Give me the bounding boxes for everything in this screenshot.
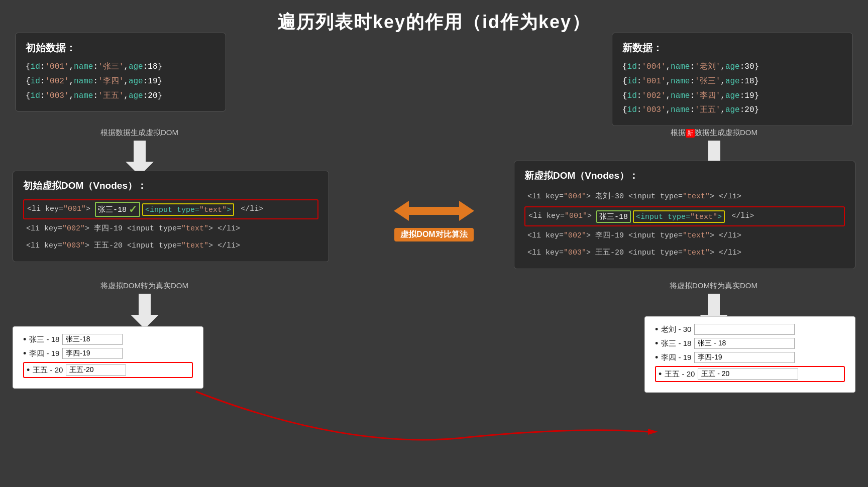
new-dom-input-4[interactable] bbox=[698, 369, 798, 380]
vnode-name-text: 张三-18 bbox=[98, 205, 127, 214]
initial-data-line2: {id:'002',name:'李四',age:19} bbox=[26, 74, 215, 89]
new-dom-item-4-highlighted: • 王五 - 20 bbox=[655, 366, 845, 382]
new-data-box: 新数据： {id:'004',name:'老刘',age:30} {id:'00… bbox=[612, 33, 853, 126]
vnode-line1-pre: <li key="001"> bbox=[27, 202, 95, 217]
new-real-dom-box: • 老刘 - 30 • 张三 - 18 • 李四 - 19 • 王五 - 20 bbox=[644, 316, 855, 393]
right-bottom-arrow-label: 将虚拟DOM转为真实DOM bbox=[670, 281, 757, 291]
new-vnode-line1-post: </li> bbox=[727, 209, 754, 224]
initial-real-dom-box: • 张三 - 18 • 李四 - 19 • 王五 - 20 bbox=[13, 326, 203, 389]
new-data-line1: {id:'004',name:'老刘',age:30} bbox=[622, 60, 842, 74]
dom-bullet-3: • bbox=[27, 365, 30, 376]
new-dom-label-1: 老刘 - 30 bbox=[661, 325, 691, 334]
dom-label-3: 王五 - 20 bbox=[33, 366, 63, 375]
left-bottom-arrow-icon bbox=[130, 294, 160, 329]
vnode-line1-post: </li> bbox=[236, 202, 263, 217]
new-dom-label-4: 王五 - 20 bbox=[665, 370, 695, 379]
dom-item-3-highlighted: • 王五 - 20 bbox=[23, 362, 193, 378]
new-vnode-line1-pre: <li key="001"> bbox=[528, 209, 596, 224]
dom-bullet-1: • bbox=[23, 334, 26, 345]
vnode-line3: <li key="003"> 王五-20 <input type="text">… bbox=[23, 238, 318, 254]
svg-marker-3 bbox=[131, 294, 159, 329]
compare-arrow-icon bbox=[394, 196, 474, 226]
new-data-line3: {id:'002',name:'李四',age:19} bbox=[622, 89, 842, 103]
new-vnode-name-highlight: 张三-18 bbox=[596, 210, 631, 223]
dom-input-2[interactable] bbox=[62, 348, 123, 359]
new-data-line4: {id:'003',name:'王五',age:20} bbox=[622, 103, 842, 117]
new-vnode-line0: <li key="004"> 老刘-30 <input type="text">… bbox=[524, 189, 845, 204]
new-dom-bullet-4: • bbox=[659, 369, 662, 380]
new-dom-label-2: 张三 - 18 bbox=[661, 339, 691, 348]
page-title: 遍历列表时key的作用（id作为key） bbox=[0, 0, 868, 35]
dom-label-2: 李四 - 19 bbox=[29, 349, 59, 358]
new-vnode-title: 新虚拟DOM（Vnodes）： bbox=[524, 169, 845, 182]
new-vnode-row-1-highlighted: <li key="001"> 张三-18 <input type="text">… bbox=[524, 206, 845, 226]
new-data-title: 新数据： bbox=[622, 41, 842, 55]
initial-data-box: 初始数据： {id:'001',name:'张三',age:18} {id:'0… bbox=[15, 33, 226, 111]
new-red-marker: 新 bbox=[686, 129, 695, 138]
new-dom-item-3: • 李四 - 19 bbox=[655, 352, 845, 363]
new-dom-input-2[interactable] bbox=[694, 338, 795, 349]
svg-marker-5 bbox=[648, 429, 658, 435]
new-dom-item-2: • 张三 - 18 bbox=[655, 338, 845, 349]
initial-data-line1: {id:'001',name:'张三',age:18} bbox=[26, 60, 215, 74]
new-dom-label-3: 李四 - 19 bbox=[661, 353, 691, 362]
left-arrow-label: 根据数据生成虚拟DOM bbox=[100, 128, 178, 138]
new-vnode-line3: <li key="003"> 王五-20 <input type="text">… bbox=[524, 246, 845, 261]
dom-item-2: • 李四 - 19 bbox=[23, 348, 193, 359]
dom-item-1: • 张三 - 18 bbox=[23, 334, 193, 345]
new-dom-bullet-1: • bbox=[655, 324, 658, 335]
new-dom-input-3[interactable] bbox=[694, 352, 795, 363]
new-dom-bullet-2: • bbox=[655, 338, 658, 349]
new-vnode-input-highlight: <input type="text"> bbox=[633, 210, 725, 223]
initial-vnode-box: 初始虚拟DOM（Vnodes）： <li key="001"> 张三-18 ✓ … bbox=[13, 171, 329, 262]
dom-input-3[interactable] bbox=[66, 364, 126, 376]
new-vnode-input-text: <input type="text"> bbox=[636, 213, 722, 221]
new-dom-input-1[interactable] bbox=[694, 324, 795, 335]
new-vnode-line2: <li key="002"> 李四-19 <input type="text">… bbox=[524, 228, 845, 244]
compare-arrow-group: 虚拟DOM对比算法 bbox=[394, 196, 474, 241]
vnode-name-highlight: 张三-18 ✓ bbox=[95, 202, 140, 217]
vnode-row-1-highlighted: <li key="001"> 张三-18 ✓ <input type="text… bbox=[23, 199, 318, 219]
dom-bullet-2: • bbox=[23, 348, 26, 359]
left-bottom-arrow-group: 将虚拟DOM转为真实DOM bbox=[100, 281, 188, 329]
right-arrow-label: 根据新数据生成虚拟DOM bbox=[671, 128, 757, 138]
new-dom-bullet-3: • bbox=[655, 352, 658, 363]
initial-vnode-title: 初始虚拟DOM（Vnodes）： bbox=[23, 179, 318, 192]
initial-data-title: 初始数据： bbox=[26, 41, 215, 55]
check-icon: ✓ bbox=[129, 203, 137, 215]
vnode-line2: <li key="002"> 李四-19 <input type="text">… bbox=[23, 221, 318, 236]
new-data-line2: {id:'001',name:'张三',age:18} bbox=[622, 74, 842, 89]
dom-input-1[interactable] bbox=[62, 334, 123, 345]
compare-label: 虚拟DOM对比算法 bbox=[394, 228, 473, 241]
vnode-input-highlight: <input type="text"> bbox=[142, 203, 234, 216]
initial-data-line3: {id:'003',name:'王五',age:20} bbox=[26, 89, 215, 103]
new-vnode-box: 新虚拟DOM（Vnodes）： <li key="004"> 老刘-30 <in… bbox=[514, 161, 855, 269]
left-bottom-arrow-label: 将虚拟DOM转为真实DOM bbox=[100, 281, 188, 291]
left-arrow-group: 根据数据生成虚拟DOM bbox=[100, 128, 178, 176]
vnode-input-text: <input type="text"> bbox=[145, 206, 231, 214]
new-dom-item-1: • 老刘 - 30 bbox=[655, 324, 845, 335]
new-vnode-name-text: 张三-18 bbox=[599, 213, 628, 221]
dom-label-1: 张三 - 18 bbox=[29, 335, 59, 344]
svg-marker-2 bbox=[394, 201, 474, 221]
